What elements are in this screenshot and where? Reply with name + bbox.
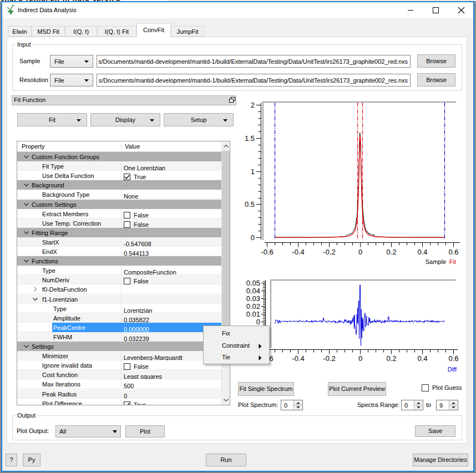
svg-text:0.03: 0.03: [246, 294, 260, 303]
svg-text:-0.6: -0.6: [261, 248, 273, 256]
svg-text:0: 0: [256, 318, 260, 326]
svg-text:-0.2: -0.2: [323, 354, 335, 363]
svg-text:0: 0: [251, 233, 255, 242]
svg-text:Fit: Fit: [449, 258, 456, 265]
svg-text:0.6: 0.6: [448, 248, 458, 256]
svg-text:0.4: 0.4: [417, 354, 427, 363]
svg-text:-0.4: -0.4: [292, 354, 304, 363]
svg-text:2: 2: [251, 101, 255, 109]
svg-text:-0.2: -0.2: [323, 248, 335, 256]
svg-text:0.05: 0.05: [246, 279, 260, 287]
svg-text:0: 0: [358, 354, 362, 363]
svg-text:Sample: Sample: [426, 258, 446, 265]
svg-text:0: 0: [358, 248, 362, 256]
svg-text:0.2: 0.2: [386, 354, 396, 363]
svg-text:0.01: 0.01: [246, 310, 260, 318]
svg-text:0.5: 0.5: [245, 200, 255, 208]
svg-text:0.2: 0.2: [386, 248, 396, 256]
svg-text:Diff: Diff: [448, 366, 457, 373]
svg-text:0.04: 0.04: [246, 287, 260, 295]
svg-text:0.02: 0.02: [246, 302, 260, 311]
svg-text:0.6: 0.6: [448, 354, 458, 363]
svg-text:0.4: 0.4: [417, 248, 427, 256]
svg-text:1.5: 1.5: [245, 134, 255, 143]
svg-text:1: 1: [251, 167, 255, 176]
svg-text:-0.4: -0.4: [292, 248, 304, 256]
